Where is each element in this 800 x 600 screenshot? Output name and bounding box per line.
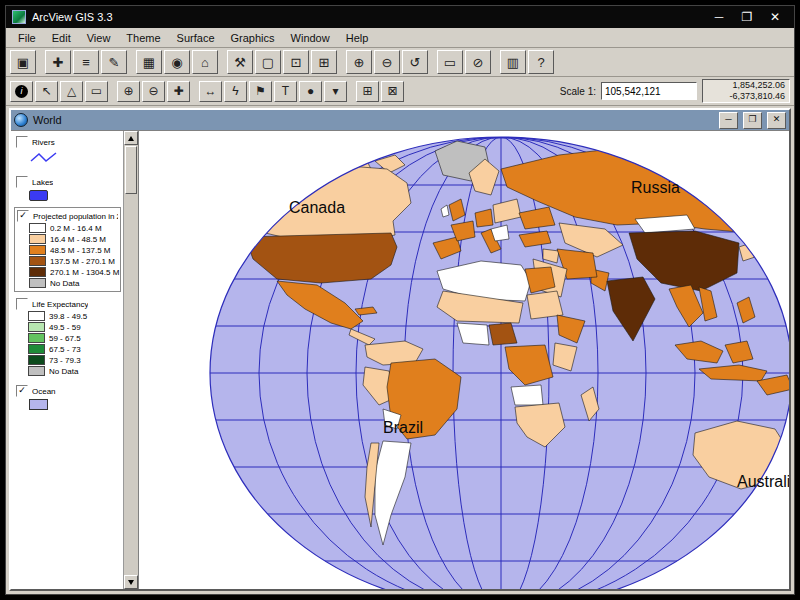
menu-edit[interactable]: Edit — [44, 30, 79, 46]
app-title: ArcView GIS 3.3 — [32, 11, 113, 23]
tools-toolbar: i↖△▭⊕⊖✚↔ϟ⚑T●▾⊞⊠ Scale 1: 1,854,252.06 -6… — [6, 77, 794, 106]
legend-class: 270.1 M - 1304.5 M — [29, 267, 118, 277]
scale-input[interactable] — [601, 82, 697, 100]
scrollbar-thumb[interactable] — [125, 146, 137, 194]
theme-lakes-label: Lakes — [32, 178, 53, 187]
pointer-tool[interactable]: ↖ — [35, 81, 58, 102]
locate-address-button[interactable]: ⌂ — [192, 50, 218, 74]
restore-button[interactable]: ❐ — [736, 10, 758, 24]
zoom-selected-button[interactable]: ⊞ — [311, 50, 337, 74]
view-close-button[interactable]: ✕ — [767, 112, 786, 129]
scroll-up-button[interactable] — [124, 131, 138, 145]
clear-selection-button[interactable]: ⊘ — [465, 50, 491, 74]
theme-rivers-checkbox[interactable] — [16, 136, 28, 148]
zoom-active-theme-button[interactable]: ⊡ — [283, 50, 309, 74]
map-label-australia: Australia — [737, 473, 789, 490]
theme-properties-button[interactable]: ≡ — [73, 50, 99, 74]
view-restore-button[interactable]: ❐ — [743, 112, 762, 129]
map-canvas[interactable]: Canada Russia Brazil Australia — [139, 131, 789, 589]
help-button[interactable]: ? — [528, 50, 554, 74]
menu-view[interactable]: View — [79, 30, 119, 46]
open-theme-table-button[interactable]: ▦ — [136, 50, 162, 74]
query-builder-button[interactable]: ⚒ — [227, 50, 253, 74]
view-titlebar[interactable]: World ─ ❐ ✕ — [11, 110, 789, 130]
zoom-full-extent-button[interactable]: ▢ — [255, 50, 281, 74]
population-legend: 0.2 M - 16.4 M 16.4 M - 48.5 M 48.5 M - … — [17, 223, 118, 288]
zoom-in-tool[interactable]: ⊕ — [117, 81, 140, 102]
scale-coords-cluster: Scale 1: 1,854,252.06 -6,373,810.46 — [560, 79, 790, 103]
theme-lakes-checkbox[interactable] — [16, 176, 28, 188]
vertex-edit-tool[interactable]: △ — [60, 81, 83, 102]
coordinate-readout: 1,854,252.06 -6,373,810.46 — [702, 79, 790, 103]
minimize-button[interactable]: ─ — [708, 10, 730, 24]
theme-ocean-label: Ocean — [32, 387, 56, 396]
view-title: World — [33, 114, 62, 126]
app-titlebar[interactable]: ArcView GIS 3.3 ─ ❐ ✕ — [6, 6, 794, 28]
menu-help[interactable]: Help — [338, 30, 377, 46]
draw-tool[interactable]: ● — [299, 81, 322, 102]
select-feature-tool[interactable]: ▭ — [85, 81, 108, 102]
tool-buttons: i↖△▭⊕⊖✚↔ϟ⚑T●▾⊞⊠ — [10, 81, 404, 102]
theme-ocean-checkbox[interactable]: ✓ — [16, 385, 28, 397]
add-theme-button[interactable]: ✚ — [45, 50, 71, 74]
scrollbar-track[interactable] — [124, 195, 138, 575]
legend-class: 137.5 M - 270.1 M — [29, 256, 118, 266]
coordinate-x: 1,854,252.06 — [732, 80, 785, 91]
zoom-in-button[interactable]: ⊕ — [346, 50, 372, 74]
view-minimize-button[interactable]: ─ — [719, 112, 738, 129]
select-features-button[interactable]: ▭ — [437, 50, 463, 74]
text-tool[interactable]: T — [274, 81, 297, 102]
legend-class: 0.2 M - 16.4 M — [29, 223, 118, 233]
map-label-russia: Russia — [631, 179, 680, 196]
menu-theme[interactable]: Theme — [118, 30, 168, 46]
life-expectancy-legend: 39.8 - 49.5 49.5 - 59 59 - 67.5 67.5 - — [16, 311, 119, 376]
legend-class: 73 - 79.3 — [28, 355, 119, 365]
legend-class: 67.5 - 73 — [28, 344, 119, 354]
scale-label: Scale 1: — [560, 86, 596, 97]
screen-frame: ArcView GIS 3.3 ─ ❐ ✕ FileEditViewThemeS… — [0, 0, 800, 600]
hotlink-tool[interactable]: ϟ — [224, 81, 247, 102]
pan-tool[interactable]: ✚ — [167, 81, 190, 102]
label-tool[interactable]: ⚑ — [249, 81, 272, 102]
legend-class: 59 - 67.5 — [28, 333, 119, 343]
theme-rivers[interactable]: Rivers — [14, 134, 121, 170]
theme-ocean[interactable]: ✓ Ocean — [14, 383, 121, 412]
find-button[interactable]: ◉ — [164, 50, 190, 74]
menu-window[interactable]: Window — [283, 30, 338, 46]
snap-tool[interactable]: ⊞ — [356, 81, 379, 102]
coordinate-y: -6,373,810.46 — [729, 91, 785, 102]
rivers-line-symbol — [29, 150, 119, 168]
measure-tool[interactable]: ↔ — [199, 81, 222, 102]
edit-legend-button[interactable]: ✎ — [101, 50, 127, 74]
scroll-down-button[interactable] — [124, 575, 138, 589]
theme-population[interactable]: ✓ Projected population in 2000 0.2 M - 1… — [14, 207, 121, 292]
legend-class: 16.4 M - 48.5 M — [29, 234, 118, 244]
save-project-button[interactable]: ▣ — [10, 50, 36, 74]
identify-tool[interactable]: i — [10, 81, 33, 102]
view-window-icon — [14, 113, 28, 127]
zoom-out-tool[interactable]: ⊖ — [142, 81, 165, 102]
close-button[interactable]: ✕ — [764, 10, 786, 24]
theme-population-checkbox[interactable]: ✓ — [17, 210, 29, 222]
theme-lakes[interactable]: Lakes — [14, 174, 121, 203]
table-of-contents[interactable]: Rivers Lakes — [11, 131, 123, 589]
zoom-out-button[interactable]: ⊖ — [374, 50, 400, 74]
zoom-previous-button[interactable]: ↺ — [402, 50, 428, 74]
theme-life-expectancy[interactable]: Life Expectancy 39.8 - 49.5 49.5 - 59 — [14, 296, 121, 379]
menu-graphics[interactable]: Graphics — [223, 30, 283, 46]
ocean-swatch — [29, 399, 48, 410]
tool-dropdown-arrow[interactable]: ▾ — [324, 81, 347, 102]
legend-class: No Data — [29, 278, 118, 288]
main-toolbar: ▣✚≡✎▦◉⌂⚒▢⊡⊞⊕⊖↺▭⊘▥? — [6, 48, 794, 77]
theme-rivers-label: Rivers — [32, 138, 55, 147]
toc-scrollbar[interactable] — [123, 131, 139, 589]
menu-surface[interactable]: Surface — [169, 30, 223, 46]
area-tool[interactable]: ⊠ — [381, 81, 404, 102]
menu-file[interactable]: File — [10, 30, 44, 46]
arcview-logo-icon — [12, 10, 26, 24]
legend-class: No Data — [28, 366, 119, 376]
arcview-window: ArcView GIS 3.3 ─ ❐ ✕ FileEditViewThemeS… — [5, 5, 795, 595]
theme-life-expectancy-checkbox[interactable] — [16, 298, 28, 310]
layout-button[interactable]: ▥ — [500, 50, 526, 74]
world-map[interactable]: Canada Russia Brazil Australia — [139, 131, 789, 589]
